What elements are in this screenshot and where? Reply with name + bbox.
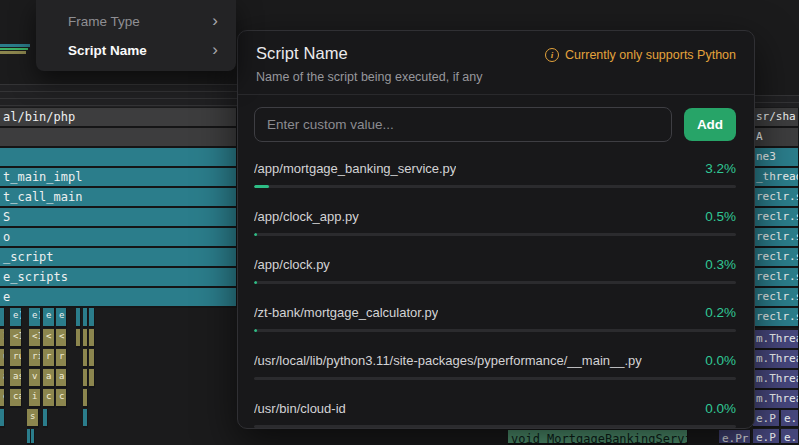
flame-frame[interactable]: r bbox=[43, 349, 55, 368]
flame-frame[interactable] bbox=[83, 329, 88, 348]
flame-frame[interactable]: e.P bbox=[753, 410, 780, 428]
flame-frame[interactable]: <1 bbox=[29, 329, 41, 348]
flame-frame[interactable]: reclr.s bbox=[753, 268, 799, 288]
flame-frame[interactable]: ) bbox=[0, 308, 5, 328]
flame-frame[interactable]: s bbox=[27, 409, 39, 428]
script-list-item[interactable]: /app/clock_app.py0.5% bbox=[254, 200, 736, 248]
add-button[interactable]: Add bbox=[684, 108, 736, 141]
chevron-right-icon: › bbox=[212, 12, 218, 29]
flame-frame[interactable]: e bbox=[43, 308, 55, 328]
flame-frame[interactable]: < bbox=[56, 329, 67, 348]
flame-frame[interactable]: m.Threa bbox=[753, 350, 799, 370]
flame-frame[interactable]: ca bbox=[10, 389, 22, 408]
script-progress-track bbox=[254, 329, 736, 332]
flame-frame[interactable] bbox=[43, 409, 48, 428]
script-percentage: 0.0% bbox=[705, 401, 736, 416]
script-percentage: 0.5% bbox=[705, 209, 736, 224]
flame-frame[interactable]: c bbox=[43, 389, 55, 408]
custom-value-row: Add bbox=[238, 95, 754, 152]
flame-frame[interactable] bbox=[89, 369, 95, 388]
flame-frame[interactable]: e. bbox=[781, 429, 799, 445]
flame-frame[interactable]: reclr.s bbox=[753, 308, 799, 328]
flame-frame[interactable] bbox=[83, 409, 88, 428]
flame-frame[interactable]: reclr.s bbox=[753, 208, 799, 228]
flame-frame[interactable] bbox=[83, 308, 88, 328]
flame-frame[interactable] bbox=[76, 308, 81, 328]
flame-frame[interactable] bbox=[83, 349, 88, 368]
flame-frame[interactable]: e) bbox=[29, 308, 41, 328]
flame-frame[interactable]: e) bbox=[10, 308, 22, 328]
flame-frame[interactable]: <1 bbox=[10, 329, 22, 348]
flame-frame[interactable]: e bbox=[0, 288, 237, 308]
script-progress-track bbox=[254, 185, 736, 188]
flame-frame[interactable]: a bbox=[56, 369, 67, 388]
flame-frame[interactable]: 1 bbox=[0, 329, 5, 348]
flame-frame[interactable]: reclr.s bbox=[753, 288, 799, 308]
script-list-item[interactable]: /zt-bank/mortgage_calculator.py0.2% bbox=[254, 296, 736, 344]
script-path: /usr/local/lib/python3.11/site-packages/… bbox=[254, 353, 642, 368]
flame-frame[interactable]: m.Threa bbox=[753, 390, 799, 410]
flame-frame[interactable]: t_call_main bbox=[0, 188, 237, 208]
flame-frame[interactable]: sr/sha bbox=[753, 108, 799, 128]
flame-frame[interactable] bbox=[83, 369, 88, 388]
flame-frame[interactable]: m.Threa bbox=[753, 370, 799, 390]
popover-header: Script Name i Currently only supports Py… bbox=[238, 31, 754, 95]
flame-frame[interactable]: e_scripts bbox=[0, 268, 237, 288]
flame-frame[interactable]: r bbox=[56, 349, 67, 368]
flame-mini-bar bbox=[0, 51, 26, 54]
flame-frame[interactable] bbox=[76, 329, 81, 348]
flame-frame[interactable]: reclr.s bbox=[753, 188, 799, 208]
flame-frame[interactable]: ne3 bbox=[753, 148, 799, 168]
flame-frame[interactable]: a bbox=[43, 369, 55, 388]
flame-frame[interactable]: u bbox=[0, 349, 5, 368]
script-progress-fill bbox=[254, 329, 257, 332]
flame-frame[interactable]: al/bin/php bbox=[0, 108, 237, 128]
flame-frame[interactable]: A bbox=[753, 128, 799, 148]
flame-frame[interactable] bbox=[0, 148, 237, 168]
flame-frame[interactable] bbox=[89, 349, 95, 368]
flame-frame[interactable]: _script bbox=[0, 248, 237, 268]
popover-subtitle: Name of the script being executed, if an… bbox=[256, 70, 736, 84]
script-list-item[interactable]: /usr/local/lib/python3.11/site-packages/… bbox=[254, 344, 736, 392]
script-list-item[interactable]: /app/mortgage_banking_service.py3.2% bbox=[254, 152, 736, 200]
flame-frame[interactable]: e.P bbox=[753, 429, 780, 445]
flame-frame[interactable]: a bbox=[0, 369, 5, 388]
flame-frame[interactable] bbox=[0, 409, 5, 428]
flame-frame[interactable]: m.Threa bbox=[753, 330, 799, 350]
flame-mini-bar bbox=[0, 44, 30, 47]
flame-frame[interactable] bbox=[89, 329, 95, 348]
flame-compressed-rows[interactable] bbox=[0, 84, 237, 107]
flame-frame[interactable] bbox=[83, 389, 88, 408]
menu-item-script-name[interactable]: Script Name › bbox=[36, 36, 236, 65]
context-menu: Frame Type › Script Name › bbox=[36, 0, 236, 71]
flame-frame[interactable]: reclr.s bbox=[753, 228, 799, 248]
flame-compressed-rows[interactable] bbox=[753, 95, 799, 107]
flame-frame[interactable]: i bbox=[29, 389, 41, 408]
flame-frame[interactable]: o bbox=[0, 228, 237, 248]
flame-frame[interactable]: c bbox=[56, 389, 67, 408]
flame-frame[interactable]: < bbox=[43, 329, 55, 348]
flame-frame[interactable] bbox=[31, 429, 35, 445]
flame-frame[interactable]: e. bbox=[781, 410, 799, 428]
script-list-item[interactable]: /usr/bin/cloud-id0.0% bbox=[254, 392, 736, 440]
script-path: /usr/bin/cloud-id bbox=[254, 401, 346, 416]
flame-frame[interactable] bbox=[89, 308, 95, 328]
flame-frame[interactable]: e bbox=[0, 389, 5, 408]
info-icon: i bbox=[545, 48, 559, 62]
script-list-item[interactable]: /app/clock.py0.3% bbox=[254, 248, 736, 296]
flame-frame[interactable]: reclr.s bbox=[753, 248, 799, 268]
flame-frame[interactable]: ru bbox=[10, 349, 22, 368]
flame-frame[interactable]: ri bbox=[29, 349, 41, 368]
flame-frame[interactable]: S bbox=[0, 208, 237, 228]
flame-frame[interactable] bbox=[0, 128, 237, 148]
menu-item-frame-type[interactable]: Frame Type › bbox=[36, 7, 236, 36]
script-path: /zt-bank/mortgage_calculator.py bbox=[254, 305, 438, 320]
flame-frame[interactable]: _thread bbox=[753, 168, 799, 188]
script-percentage: 0.0% bbox=[705, 353, 736, 368]
custom-value-input[interactable] bbox=[254, 107, 672, 142]
script-path: /app/clock.py bbox=[254, 257, 330, 272]
flame-frame[interactable]: t_main_impl bbox=[0, 168, 237, 188]
flame-frame[interactable]: v bbox=[29, 369, 41, 388]
flame-frame[interactable]: as bbox=[10, 369, 22, 388]
flame-frame[interactable]: e bbox=[56, 308, 67, 328]
